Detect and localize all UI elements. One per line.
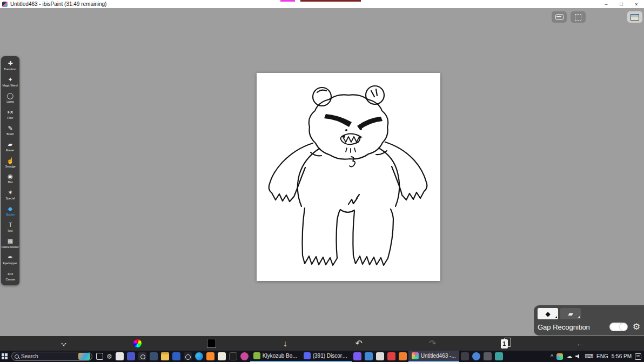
taskbar-window-discord[interactable]: (391) Discord...: [300, 351, 352, 362]
undo-button[interactable]: ↶: [352, 337, 365, 350]
dashed-selection-icon: [575, 14, 581, 21]
system-tray: ^ ☁ ⌨ ENG 5:56 PM: [551, 353, 644, 360]
orange-app-button[interactable]: [397, 351, 408, 362]
photos-button[interactable]: [114, 351, 125, 362]
settings-gear-icon[interactable]: ⚙: [633, 323, 640, 331]
dark-app-button[interactable]: [459, 351, 471, 362]
terminal-button[interactable]: [227, 351, 239, 362]
clock[interactable]: 5:56 PM: [612, 353, 632, 359]
bear-drawing: [257, 73, 440, 281]
red-app-button[interactable]: [386, 351, 397, 362]
colorful-tray-icon[interactable]: [556, 353, 563, 360]
tool-magic-wand[interactable]: ✦ Magic Wand: [1, 74, 19, 90]
command-bar: ↔ ↔ ↓ ↶ ↷ 1 ←: [0, 336, 644, 351]
task-view-button[interactable]: [95, 351, 105, 362]
canvas-icon: ▭: [8, 270, 13, 277]
view-mode-button[interactable]: [552, 11, 567, 23]
tool-blur[interactable]: ◉ Blur: [1, 171, 19, 187]
back-arrow-icon: ←: [576, 339, 585, 348]
vlc-button[interactable]: [205, 351, 216, 362]
redo-icon: ↷: [429, 338, 436, 348]
eraser-icon: ▰: [8, 141, 12, 148]
tool-brush[interactable]: ✎ Brush: [1, 122, 19, 138]
obs-icon: [184, 352, 192, 360]
terminal-icon: [229, 352, 237, 360]
tool-frame-divider[interactable]: ▦ Frame Divider: [1, 235, 19, 251]
action-center-icon[interactable]: [635, 353, 641, 360]
hide-ui-button[interactable]: ↓: [279, 337, 292, 350]
tool-bucket[interactable]: ◆ Bucket: [1, 203, 19, 219]
close-button[interactable]: ×: [629, 0, 644, 8]
volume-icon[interactable]: [575, 354, 581, 359]
media-player-button[interactable]: [239, 351, 250, 362]
taskbar: Search ⚙ Klykozub Bo... (391) Discord...: [0, 351, 644, 362]
window-button-label: Untitled463 -...: [421, 353, 456, 359]
photos-icon: [116, 352, 124, 360]
teal-app-button[interactable]: [493, 351, 505, 362]
diagonal-arrow-icon: ↔: [58, 338, 69, 349]
teams-icon: [127, 352, 135, 360]
window-button-label: Klykozub Bo...: [263, 353, 297, 359]
notes-icon: [218, 352, 226, 360]
filter-fx-icon: FX: [8, 109, 13, 116]
edge-button[interactable]: [193, 351, 205, 362]
current-color-button[interactable]: [205, 337, 218, 350]
steam-button[interactable]: [148, 351, 159, 362]
color-wheel-button[interactable]: [131, 337, 144, 350]
onedrive-cloud-icon[interactable]: ☁: [566, 353, 572, 360]
search-box[interactable]: Search: [11, 352, 92, 361]
light-app-button[interactable]: [374, 351, 386, 362]
tool-smudge[interactable]: ☝ Smudge: [1, 155, 19, 171]
maximize-button[interactable]: □: [614, 0, 629, 8]
tool-transform[interactable]: ✚ Transform: [1, 58, 19, 74]
window-controls: – □ ×: [599, 0, 644, 8]
tool-lasso[interactable]: ◯ Lasso: [1, 90, 19, 106]
obs-button[interactable]: [182, 351, 193, 362]
minimize-button[interactable]: –: [599, 0, 614, 8]
start-button[interactable]: [0, 351, 9, 362]
layers-button[interactable]: 1: [500, 337, 513, 350]
redo-button[interactable]: ↷: [426, 337, 439, 350]
eraser-mode-button[interactable]: ▰: [560, 308, 581, 319]
gap-recognition-panel: ◆ ▰ Gap Recognition ⚙: [534, 305, 644, 336]
tool-label: Canvas: [5, 277, 15, 281]
color-wheel-icon: [133, 339, 142, 348]
brush-icon: ✎: [8, 125, 12, 132]
camera-button[interactable]: [137, 351, 148, 362]
person-app-button[interactable]: [471, 351, 482, 362]
tool-label: Text: [8, 229, 12, 233]
gap-recognition-toggle[interactable]: [609, 323, 628, 331]
back-button[interactable]: ←: [574, 337, 587, 350]
material-icon: [630, 14, 639, 21]
settings-button[interactable]: ⚙: [105, 351, 114, 362]
language-indicator[interactable]: ENG: [596, 353, 608, 359]
selection-transform-button[interactable]: ↔ ↔: [57, 337, 70, 350]
tool-canvas[interactable]: ▭ Canvas: [1, 267, 19, 284]
tool-label: Frame Divider: [2, 245, 19, 249]
tool-label: Eraser: [6, 148, 14, 152]
orange-app-icon: [399, 352, 407, 360]
selection-options-button[interactable]: [571, 11, 586, 23]
purple-app-button[interactable]: [352, 351, 363, 362]
task-view-icon: [96, 353, 103, 360]
gray-app-button[interactable]: [482, 351, 493, 362]
tool-label: Filter: [7, 116, 13, 120]
tool-eraser[interactable]: ▰ Eraser: [1, 138, 19, 155]
taskbar-window-ibispaint[interactable]: Untitled463 -...: [408, 351, 459, 362]
tool-text[interactable]: T Text: [1, 219, 19, 236]
teams-button[interactable]: [125, 351, 137, 362]
bucket-mode-button[interactable]: ◆: [538, 308, 558, 319]
blue-app-button[interactable]: [363, 351, 374, 362]
tool-eyedropper[interactable]: ✒ Eyedropper: [1, 251, 19, 267]
word-button[interactable]: [171, 351, 182, 362]
tray-expand-button[interactable]: ^: [551, 353, 553, 360]
tool-special[interactable]: ✶ Special: [1, 187, 19, 203]
drawing-canvas[interactable]: [257, 73, 440, 281]
tool-filter[interactable]: FX Filter: [1, 106, 19, 123]
taskbar-window-klykozub[interactable]: Klykozub Bo...: [250, 351, 300, 362]
ibispaint-window: Untitled463 - ibisPaint (31:49 remaining…: [0, 0, 644, 362]
notes-button[interactable]: [216, 351, 227, 362]
file-explorer-button[interactable]: [159, 351, 171, 362]
touch-keyboard-icon[interactable]: ⌨: [585, 353, 593, 360]
material-button[interactable]: [627, 11, 642, 23]
